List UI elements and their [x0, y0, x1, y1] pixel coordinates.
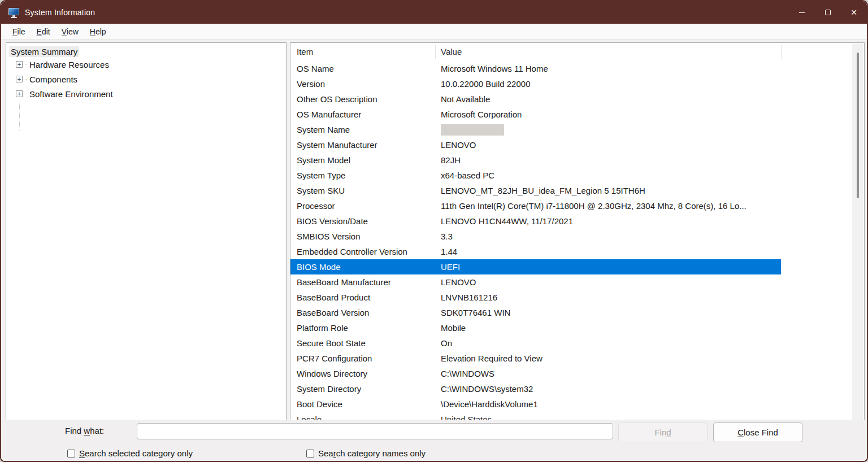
- table-row[interactable]: Processor 11th Gen Intel(R) Core(TM) i7-…: [290, 198, 781, 213]
- table-row[interactable]: System Directory C:\WINDOWS\system32: [290, 381, 781, 396]
- table-row[interactable]: Embedded Controller Version 1.44: [290, 244, 781, 259]
- checkbox-icon[interactable]: [67, 450, 75, 457]
- table-row[interactable]: BIOS Mode UEFI: [290, 259, 781, 274]
- row-item-cell: SMBIOS Version: [290, 232, 435, 241]
- table-row[interactable]: SMBIOS Version 3.3: [290, 229, 781, 244]
- table-row[interactable]: System SKU LENOVO_MT_82JH_BU_idea_FM_Leg…: [290, 183, 781, 198]
- row-item-cell: OS Name: [290, 64, 435, 73]
- table-row[interactable]: OS Name Microsoft Windows 11 Home: [290, 61, 781, 76]
- row-value-cell: \Device\HarddiskVolume1: [435, 399, 781, 409]
- row-item-cell: Platform Role: [290, 323, 435, 333]
- find-what-label: Find what:: [65, 426, 104, 435]
- table-row[interactable]: Boot Device \Device\HarddiskVolume1: [290, 396, 781, 412]
- row-value-cell: 82JH: [435, 155, 781, 165]
- table-row[interactable]: OS Manufacturer Microsoft Corporation: [290, 107, 781, 122]
- close-button[interactable]: ✕: [841, 1, 867, 24]
- redacted-value: [441, 124, 504, 136]
- window-title: System Information: [25, 8, 95, 17]
- row-value-cell: Microsoft Corporation: [435, 110, 781, 119]
- table-header: Item Value: [290, 43, 852, 61]
- row-item-cell: Boot Device: [290, 399, 435, 409]
- column-divider[interactable]: [435, 45, 436, 59]
- row-item-cell: OS Manufacturer: [290, 110, 435, 119]
- table-row[interactable]: Platform Role Mobile: [290, 320, 781, 335]
- search-category-names-checkbox[interactable]: Search category names only: [306, 448, 426, 458]
- row-value-cell: 1.44: [435, 247, 781, 256]
- table-row[interactable]: BaseBoard Product LNVNB161216: [290, 290, 781, 305]
- close-find-button[interactable]: Close Find: [713, 422, 802, 442]
- maximize-button[interactable]: [815, 1, 841, 24]
- table-row[interactable]: System Manufacturer LENOVO: [290, 137, 781, 152]
- row-item-cell: System Model: [290, 155, 435, 165]
- expand-plus-icon[interactable]: +: [16, 61, 23, 68]
- monitor-icon: [8, 8, 19, 15]
- category-tree-panel: System Summary + Hardware Resources + Co…: [6, 42, 287, 421]
- table-row[interactable]: Secure Boot State On: [290, 335, 781, 351]
- column-header-item[interactable]: Item: [297, 47, 313, 56]
- column-header-value[interactable]: Value: [441, 47, 462, 56]
- row-item-cell: System Manufacturer: [290, 140, 435, 150]
- expand-plus-icon[interactable]: +: [16, 90, 23, 97]
- row-value-cell: LENOVO: [435, 140, 781, 150]
- table-row[interactable]: System Model 82JH: [290, 152, 781, 168]
- row-value-cell: Microsoft Windows 11 Home: [435, 64, 781, 73]
- row-value-cell: SDK0T76461 WIN: [435, 308, 781, 317]
- find-input[interactable]: [137, 423, 613, 439]
- vertical-scrollbar[interactable]: [852, 43, 863, 420]
- table-row[interactable]: Version 10.0.22000 Build 22000: [290, 76, 781, 91]
- row-item-cell: Secure Boot State: [290, 338, 435, 348]
- title-bar: System Information ✕: [1, 1, 867, 24]
- table-row[interactable]: BaseBoard Version SDK0T76461 WIN: [290, 305, 781, 320]
- tree-item-system-summary[interactable]: System Summary: [9, 46, 79, 57]
- row-value-cell: LENOVO H1CN44WW, 11/17/2021: [435, 216, 781, 226]
- table-row[interactable]: Windows Directory C:\WINDOWS: [290, 366, 781, 381]
- minimize-icon: [799, 12, 805, 13]
- row-value-cell: [435, 124, 781, 135]
- row-value-cell: 11th Gen Intel(R) Core(TM) i7-11800H @ 2…: [435, 201, 781, 211]
- row-value-cell: Elevation Required to View: [435, 354, 781, 363]
- table-row[interactable]: System Type x64-based PC: [290, 168, 781, 183]
- menu-bar: File Edit View Help: [1, 24, 867, 40]
- row-value-cell: LENOVO: [435, 277, 781, 287]
- window-controls: ✕: [789, 1, 867, 24]
- row-item-cell: BaseBoard Version: [290, 308, 435, 317]
- row-item-cell: Other OS Description: [290, 94, 435, 104]
- row-value-cell: Not Available: [435, 94, 781, 104]
- table-row[interactable]: BIOS Version/Date LENOVO H1CN44WW, 11/17…: [290, 213, 781, 229]
- tree-item-hardware-resources[interactable]: + Hardware Resources: [16, 57, 286, 72]
- details-panel: Item Value OS Name Microsoft Windows 11 …: [290, 42, 865, 421]
- system-information-window: System Information ✕ File Edit View Help…: [0, 0, 868, 462]
- row-item-cell: Windows Directory: [290, 369, 435, 378]
- table-row[interactable]: Other OS Description Not Available: [290, 91, 781, 107]
- row-value-cell: UEFI: [435, 262, 781, 272]
- row-item-cell: System Directory: [290, 384, 435, 394]
- search-selected-category-checkbox[interactable]: Search selected category only: [67, 448, 193, 458]
- row-item-cell: Embedded Controller Version: [290, 247, 435, 256]
- checkbox-icon[interactable]: [306, 450, 314, 457]
- row-item-cell: BIOS Mode: [290, 262, 435, 272]
- column-divider[interactable]: [781, 45, 782, 59]
- maximize-icon: [825, 10, 831, 15]
- menu-view[interactable]: View: [56, 25, 84, 38]
- row-item-cell: BaseBoard Product: [290, 293, 435, 302]
- menu-file[interactable]: File: [7, 25, 31, 38]
- table-row[interactable]: Locale United States: [290, 412, 781, 420]
- row-item-cell: System SKU: [290, 186, 435, 195]
- row-item-cell: BaseBoard Manufacturer: [290, 277, 435, 287]
- menu-edit[interactable]: Edit: [31, 25, 56, 38]
- expand-plus-icon[interactable]: +: [16, 76, 23, 82]
- scrollbar-thumb[interactable]: [857, 53, 859, 198]
- row-item-cell: Version: [290, 79, 435, 89]
- table-row[interactable]: PCR7 Configuration Elevation Required to…: [290, 351, 781, 366]
- row-value-cell: 3.3: [435, 232, 781, 241]
- row-value-cell: C:\WINDOWS: [435, 369, 781, 378]
- menu-help[interactable]: Help: [84, 25, 112, 38]
- row-value-cell: 10.0.22000 Build 22000: [435, 79, 781, 89]
- find-button[interactable]: Find: [618, 422, 708, 442]
- tree-item-software-environment[interactable]: + Software Environment: [16, 86, 286, 101]
- table-row[interactable]: System Name: [290, 122, 781, 137]
- table-row[interactable]: BaseBoard Manufacturer LENOVO: [290, 274, 781, 290]
- tree-item-components[interactable]: + Components: [16, 72, 286, 86]
- close-icon: ✕: [850, 8, 857, 16]
- minimize-button[interactable]: [789, 1, 815, 24]
